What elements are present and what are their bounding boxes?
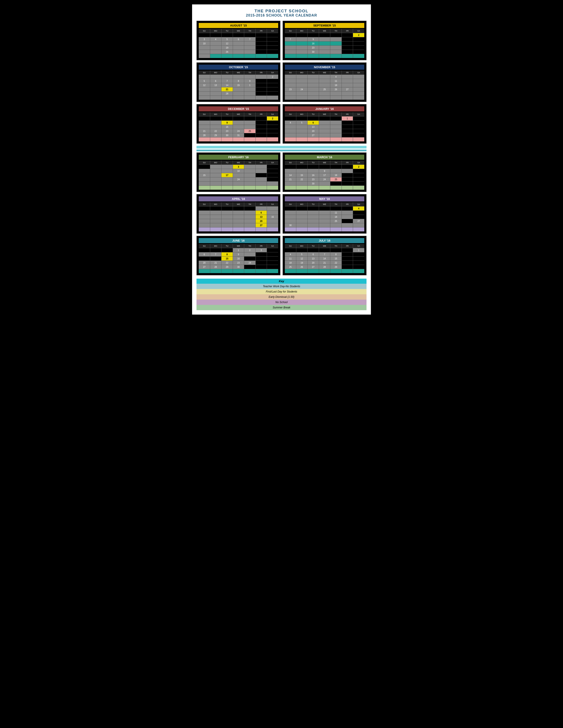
month-december: DECEMBER '15 SU MO TU WE TH FR SA 2: [196, 104, 280, 144]
aug-11: [210, 41, 221, 45]
aug-teal5: [256, 54, 267, 58]
legend-teacher-work: Teacher Work Day-No Students: [196, 284, 367, 289]
dh-tu: TU: [221, 29, 233, 33]
may-grid: SU MO TU WE TH FR SA 4 11: [285, 202, 364, 231]
aug-13: [233, 41, 244, 45]
aug-empty: [244, 33, 255, 37]
aug-empty: [221, 33, 233, 37]
legend-summer-label: Summer Break: [273, 306, 290, 309]
row-feb-mar: FEBRUARY '16 SU MO TU WE TH FR SA 3: [196, 152, 367, 192]
aug-empty: [256, 41, 267, 45]
aug-empty: [267, 46, 278, 50]
month-may: MAY '16 SU MO TU WE TH FR SA 4: [283, 194, 367, 234]
month-september: SEPTEMBER '15 SU MO TU WE TH FR SA 2 7: [283, 21, 367, 60]
legend-early-dismiss: Early Dismissal (1:30): [196, 294, 367, 300]
aug-empty: [256, 33, 267, 37]
aug-empty: [267, 37, 278, 41]
row-aug-sep: AUGUST '15 SU MO TU WE TH FR SA 3 4: [196, 21, 367, 60]
october-grid: SU MO TU WE TH FR SA 2 5 6 7 8 9: [199, 71, 278, 100]
aug-14: [244, 41, 255, 45]
june-grid: SU MO TU WE TH FR SA 1 2 3 6 7 8 9: [199, 244, 278, 273]
aug-teal2: [221, 54, 233, 58]
aug-5: 5: [221, 37, 233, 41]
september-header: SEPTEMBER '15: [285, 23, 364, 28]
aug-18: [210, 46, 221, 50]
semester-separator: [196, 146, 367, 148]
school-name: THE PROJECT SCHOOL: [196, 9, 367, 13]
august-header: AUGUST '15: [199, 23, 278, 28]
aug-3: 3: [199, 37, 210, 41]
dh-fr: FR: [256, 29, 267, 33]
dh-we: WE: [233, 29, 244, 33]
month-november: NOVEMBER '15 SU MO TU WE TH FR SA 4: [283, 62, 367, 102]
aug-teal3: [233, 54, 244, 58]
aug-teal1: [210, 54, 221, 58]
aug-empty: [256, 46, 267, 50]
row-oct-nov: OCTOBER '15 SU MO TU WE TH FR SA 2 5 6: [196, 62, 367, 102]
semester-separator-2: [196, 150, 367, 151]
legend-firstlast-label: First/Last Day for Students: [266, 290, 297, 293]
aug-12: 12: [221, 41, 233, 45]
november-grid: SU MO TU WE TH FR SA 4 11: [285, 71, 364, 100]
month-february: FEBRUARY '16 SU MO TU WE TH FR SA 3: [196, 152, 280, 192]
aug-10: 10: [199, 41, 210, 45]
dh-mo: MO: [210, 29, 221, 33]
april-header: APRIL '16: [199, 196, 278, 201]
dh-su: SU: [199, 29, 210, 33]
aug-6: 6: [233, 37, 244, 41]
aug-empty: [267, 33, 278, 37]
september-grid: SU MO TU WE TH FR SA 2 7 9: [285, 29, 364, 58]
aug-21: [244, 46, 255, 50]
aug-teal4: [244, 54, 255, 58]
aug-7: 7: [244, 37, 255, 41]
dh-sa: SA: [267, 29, 278, 33]
aug-28: [244, 50, 255, 54]
aug-31: [199, 54, 210, 58]
july-grid: SU MO TU WE TH FR SA 1 4 5 6 7 8: [285, 244, 364, 273]
legend-key-header: Key: [196, 279, 367, 284]
month-july: JULY '16 SU MO TU WE TH FR SA 1 4 5: [283, 236, 367, 275]
row-jun-jul: JUNE '16 SU MO TU WE TH FR SA 1 2 3 6 7: [196, 236, 367, 275]
legend-teacher-label: Teacher Work Day-No Students: [263, 285, 300, 288]
june-header: JUNE '16: [199, 238, 278, 243]
december-header: DECEMBER '15: [199, 106, 278, 111]
august-grid: SU MO TU WE TH FR SA 3 4 5 6 7: [199, 29, 278, 58]
page: THE PROJECT SCHOOL 2015-2016 SCHOOL YEAR…: [192, 4, 371, 315]
july-header: JULY '16: [285, 238, 364, 243]
aug-4: 4: [210, 37, 221, 41]
aug-17: [199, 46, 210, 50]
january-header: JANUARY '16: [285, 106, 364, 111]
february-header: FEBRUARY '16: [199, 155, 278, 160]
aug-24: [199, 50, 210, 54]
month-august: AUGUST '15 SU MO TU WE TH FR SA 3 4: [196, 21, 280, 60]
legend-summer-break: Summer Break: [196, 305, 367, 310]
aug-empty: [267, 41, 278, 45]
march-header: MARCH '16: [285, 155, 364, 160]
legend-no-school: No School: [196, 300, 367, 305]
legend-first-last: First/Last Day for Students: [196, 289, 367, 294]
aug-20: [233, 46, 244, 50]
aug-empty: [267, 50, 278, 54]
aug-empty: [233, 33, 244, 37]
month-june: JUNE '16 SU MO TU WE TH FR SA 1 2 3 6 7: [196, 236, 280, 275]
aug-27: [233, 50, 244, 54]
page-header: THE PROJECT SCHOOL 2015-2016 SCHOOL YEAR…: [196, 9, 367, 17]
aug-empty: [256, 37, 267, 41]
month-april: APRIL '16 SU MO TU WE TH FR SA: [196, 194, 280, 234]
aug-empty: [210, 33, 221, 37]
february-grid: SU MO TU WE TH FR SA 3 10: [199, 161, 278, 190]
month-january: JANUARY '16 SU MO TU WE TH FR SA 1 4 5: [283, 104, 367, 144]
legend-early-label: Early Dismissal (1:30): [269, 295, 295, 298]
month-october: OCTOBER '15 SU MO TU WE TH FR SA 2 5 6: [196, 62, 280, 102]
legend-section: Key Teacher Work Day-No Students First/L…: [196, 279, 367, 310]
row-dec-jan: DECEMBER '15 SU MO TU WE TH FR SA 2: [196, 104, 367, 144]
december-grid: SU MO TU WE TH FR SA 2 9: [199, 112, 278, 141]
january-grid: SU MO TU WE TH FR SA 1 4 5 6: [285, 112, 364, 141]
november-header: NOVEMBER '15: [285, 65, 364, 70]
aug-25: [210, 50, 221, 54]
aug-19: 19: [221, 46, 233, 50]
row-apr-may: APRIL '16 SU MO TU WE TH FR SA: [196, 194, 367, 234]
legend-noschool-label: No School: [275, 301, 288, 304]
october-header: OCTOBER '15: [199, 65, 278, 70]
month-march: MARCH '16 SU MO TU WE TH FR SA 2: [283, 152, 367, 192]
